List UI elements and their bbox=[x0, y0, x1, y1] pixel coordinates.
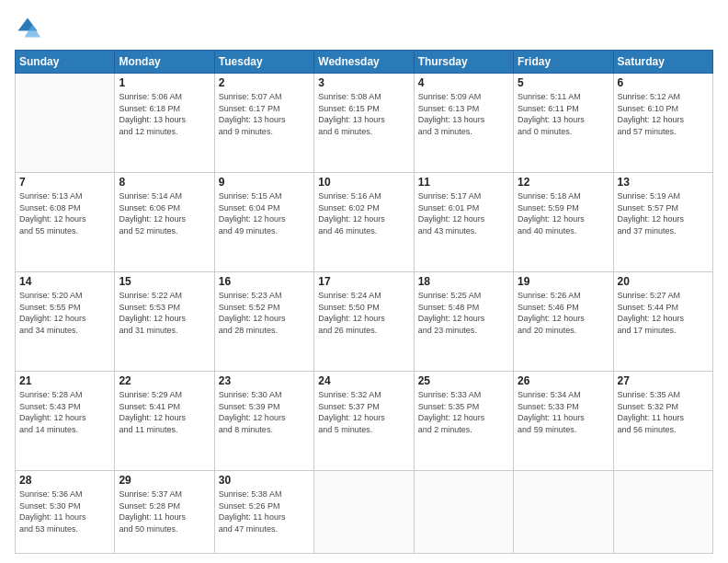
calendar-cell: 28Sunrise: 5:36 AM Sunset: 5:30 PM Dayli… bbox=[16, 470, 115, 553]
weekday-header-thursday: Thursday bbox=[414, 51, 513, 74]
day-number: 18 bbox=[418, 275, 509, 288]
calendar-cell: 6Sunrise: 5:12 AM Sunset: 6:10 PM Daylig… bbox=[613, 74, 712, 173]
day-info: Sunrise: 5:30 AM Sunset: 5:39 PM Dayligh… bbox=[219, 389, 310, 435]
day-info: Sunrise: 5:13 AM Sunset: 6:08 PM Dayligh… bbox=[19, 190, 110, 236]
calendar-cell: 19Sunrise: 5:26 AM Sunset: 5:46 PM Dayli… bbox=[514, 271, 613, 371]
calendar-cell: 20Sunrise: 5:27 AM Sunset: 5:44 PM Dayli… bbox=[613, 271, 712, 371]
day-number: 24 bbox=[318, 374, 409, 387]
calendar-week-row: 1Sunrise: 5:06 AM Sunset: 6:18 PM Daylig… bbox=[16, 74, 713, 173]
day-number: 5 bbox=[518, 76, 609, 89]
calendar-cell: 2Sunrise: 5:07 AM Sunset: 6:17 PM Daylig… bbox=[214, 74, 313, 173]
day-number: 17 bbox=[318, 275, 409, 288]
calendar-cell: 1Sunrise: 5:06 AM Sunset: 6:18 PM Daylig… bbox=[115, 74, 214, 173]
weekday-header-tuesday: Tuesday bbox=[214, 51, 313, 74]
day-number: 29 bbox=[119, 474, 210, 487]
calendar-cell: 12Sunrise: 5:18 AM Sunset: 5:59 PM Dayli… bbox=[514, 172, 613, 271]
day-number: 1 bbox=[119, 76, 210, 89]
day-number: 2 bbox=[219, 76, 310, 89]
day-info: Sunrise: 5:16 AM Sunset: 6:02 PM Dayligh… bbox=[318, 190, 409, 236]
day-number: 16 bbox=[219, 275, 310, 288]
day-info: Sunrise: 5:23 AM Sunset: 5:52 PM Dayligh… bbox=[219, 290, 310, 336]
weekday-header-friday: Friday bbox=[514, 51, 613, 74]
calendar-cell: 8Sunrise: 5:14 AM Sunset: 6:06 PM Daylig… bbox=[115, 172, 214, 271]
day-info: Sunrise: 5:22 AM Sunset: 5:53 PM Dayligh… bbox=[119, 290, 210, 336]
calendar-cell: 26Sunrise: 5:34 AM Sunset: 5:33 PM Dayli… bbox=[514, 371, 613, 470]
day-info: Sunrise: 5:07 AM Sunset: 6:17 PM Dayligh… bbox=[219, 91, 310, 137]
day-number: 8 bbox=[119, 176, 210, 189]
calendar-cell bbox=[314, 470, 414, 553]
calendar-cell: 21Sunrise: 5:28 AM Sunset: 5:43 PM Dayli… bbox=[16, 371, 115, 470]
day-number: 3 bbox=[318, 76, 409, 89]
day-number: 13 bbox=[618, 176, 709, 189]
day-info: Sunrise: 5:19 AM Sunset: 5:57 PM Dayligh… bbox=[618, 190, 709, 236]
calendar-cell: 17Sunrise: 5:24 AM Sunset: 5:50 PM Dayli… bbox=[314, 271, 414, 371]
day-info: Sunrise: 5:36 AM Sunset: 5:30 PM Dayligh… bbox=[19, 488, 110, 534]
calendar-table: SundayMondayTuesdayWednesdayThursdayFrid… bbox=[15, 50, 713, 554]
day-number: 7 bbox=[19, 176, 110, 189]
day-info: Sunrise: 5:14 AM Sunset: 6:06 PM Dayligh… bbox=[119, 190, 210, 236]
day-info: Sunrise: 5:37 AM Sunset: 5:28 PM Dayligh… bbox=[119, 488, 210, 534]
weekday-header-sunday: Sunday bbox=[16, 51, 115, 74]
day-info: Sunrise: 5:11 AM Sunset: 6:11 PM Dayligh… bbox=[518, 91, 609, 137]
header bbox=[15, 15, 713, 40]
calendar-week-row: 28Sunrise: 5:36 AM Sunset: 5:30 PM Dayli… bbox=[16, 470, 713, 553]
weekday-header-row: SundayMondayTuesdayWednesdayThursdayFrid… bbox=[16, 51, 713, 74]
logo-icon bbox=[15, 15, 40, 40]
day-number: 6 bbox=[618, 76, 709, 89]
day-info: Sunrise: 5:27 AM Sunset: 5:44 PM Dayligh… bbox=[618, 290, 709, 336]
day-number: 20 bbox=[618, 275, 709, 288]
weekday-header-monday: Monday bbox=[115, 51, 214, 74]
calendar-cell: 29Sunrise: 5:37 AM Sunset: 5:28 PM Dayli… bbox=[115, 470, 214, 553]
day-info: Sunrise: 5:32 AM Sunset: 5:37 PM Dayligh… bbox=[318, 389, 409, 435]
calendar-cell: 10Sunrise: 5:16 AM Sunset: 6:02 PM Dayli… bbox=[314, 172, 414, 271]
calendar-cell bbox=[414, 470, 513, 553]
day-info: Sunrise: 5:15 AM Sunset: 6:04 PM Dayligh… bbox=[219, 190, 310, 236]
day-number: 10 bbox=[318, 176, 409, 189]
day-info: Sunrise: 5:28 AM Sunset: 5:43 PM Dayligh… bbox=[19, 389, 110, 435]
day-number: 26 bbox=[518, 374, 609, 387]
day-number: 25 bbox=[418, 374, 509, 387]
day-info: Sunrise: 5:26 AM Sunset: 5:46 PM Dayligh… bbox=[518, 290, 609, 336]
day-info: Sunrise: 5:17 AM Sunset: 6:01 PM Dayligh… bbox=[418, 190, 509, 236]
day-number: 12 bbox=[518, 176, 609, 189]
day-info: Sunrise: 5:34 AM Sunset: 5:33 PM Dayligh… bbox=[518, 389, 609, 435]
calendar-cell: 7Sunrise: 5:13 AM Sunset: 6:08 PM Daylig… bbox=[16, 172, 115, 271]
day-number: 19 bbox=[518, 275, 609, 288]
day-info: Sunrise: 5:29 AM Sunset: 5:41 PM Dayligh… bbox=[119, 389, 210, 435]
calendar-cell: 24Sunrise: 5:32 AM Sunset: 5:37 PM Dayli… bbox=[314, 371, 414, 470]
calendar-cell: 4Sunrise: 5:09 AM Sunset: 6:13 PM Daylig… bbox=[414, 74, 513, 173]
calendar-week-row: 21Sunrise: 5:28 AM Sunset: 5:43 PM Dayli… bbox=[16, 371, 713, 470]
calendar-cell: 11Sunrise: 5:17 AM Sunset: 6:01 PM Dayli… bbox=[414, 172, 513, 271]
day-info: Sunrise: 5:20 AM Sunset: 5:55 PM Dayligh… bbox=[19, 290, 110, 336]
calendar-cell bbox=[514, 470, 613, 553]
day-info: Sunrise: 5:06 AM Sunset: 6:18 PM Dayligh… bbox=[119, 91, 210, 137]
day-info: Sunrise: 5:24 AM Sunset: 5:50 PM Dayligh… bbox=[318, 290, 409, 336]
day-info: Sunrise: 5:12 AM Sunset: 6:10 PM Dayligh… bbox=[618, 91, 709, 137]
day-info: Sunrise: 5:33 AM Sunset: 5:35 PM Dayligh… bbox=[418, 389, 509, 435]
logo bbox=[15, 15, 44, 40]
day-info: Sunrise: 5:35 AM Sunset: 5:32 PM Dayligh… bbox=[618, 389, 709, 435]
day-number: 23 bbox=[219, 374, 310, 387]
calendar-cell: 15Sunrise: 5:22 AM Sunset: 5:53 PM Dayli… bbox=[115, 271, 214, 371]
day-number: 28 bbox=[19, 474, 110, 487]
day-number: 11 bbox=[418, 176, 509, 189]
calendar-cell: 25Sunrise: 5:33 AM Sunset: 5:35 PM Dayli… bbox=[414, 371, 513, 470]
calendar-cell: 16Sunrise: 5:23 AM Sunset: 5:52 PM Dayli… bbox=[214, 271, 313, 371]
calendar-cell: 22Sunrise: 5:29 AM Sunset: 5:41 PM Dayli… bbox=[115, 371, 214, 470]
day-info: Sunrise: 5:25 AM Sunset: 5:48 PM Dayligh… bbox=[418, 290, 509, 336]
calendar-cell: 3Sunrise: 5:08 AM Sunset: 6:15 PM Daylig… bbox=[314, 74, 414, 173]
day-info: Sunrise: 5:38 AM Sunset: 5:26 PM Dayligh… bbox=[219, 488, 310, 534]
calendar-cell: 9Sunrise: 5:15 AM Sunset: 6:04 PM Daylig… bbox=[214, 172, 313, 271]
calendar-cell: 30Sunrise: 5:38 AM Sunset: 5:26 PM Dayli… bbox=[214, 470, 313, 553]
calendar-cell: 18Sunrise: 5:25 AM Sunset: 5:48 PM Dayli… bbox=[414, 271, 513, 371]
weekday-header-saturday: Saturday bbox=[613, 51, 712, 74]
day-number: 9 bbox=[219, 176, 310, 189]
day-number: 30 bbox=[219, 474, 310, 487]
day-number: 15 bbox=[119, 275, 210, 288]
page: SundayMondayTuesdayWednesdayThursdayFrid… bbox=[0, 0, 728, 563]
calendar-week-row: 7Sunrise: 5:13 AM Sunset: 6:08 PM Daylig… bbox=[16, 172, 713, 271]
calendar-cell: 5Sunrise: 5:11 AM Sunset: 6:11 PM Daylig… bbox=[514, 74, 613, 173]
day-info: Sunrise: 5:08 AM Sunset: 6:15 PM Dayligh… bbox=[318, 91, 409, 137]
day-number: 14 bbox=[19, 275, 110, 288]
day-number: 21 bbox=[19, 374, 110, 387]
